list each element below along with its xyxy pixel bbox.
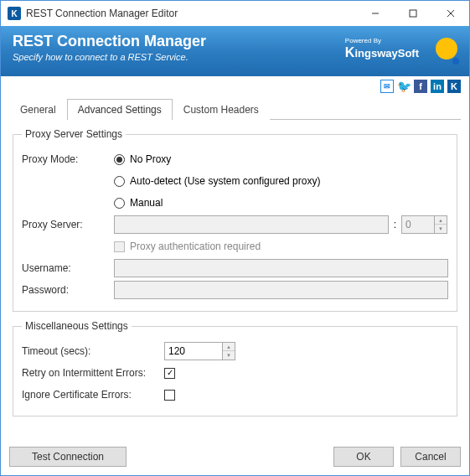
proxy-server-input (114, 215, 389, 234)
tab-strip: General Advanced Settings Custom Headers (9, 98, 461, 120)
window-controls (356, 2, 469, 26)
proxy-mode-row: Proxy Mode: No Proxy (22, 150, 448, 168)
linkedin-icon[interactable]: in (431, 80, 444, 93)
close-button[interactable] (431, 2, 469, 26)
maximize-button[interactable] (394, 2, 431, 26)
tab-content: Proxy Server Settings Proxy Mode: No Pro… (9, 120, 461, 437)
timeout-row: Timeout (secs): ▲ ▼ (22, 342, 448, 360)
retry-checkbox[interactable] (164, 368, 175, 379)
ignore-cert-label: Ignore Certificate Errors: (22, 389, 164, 401)
timeout-input[interactable] (164, 342, 223, 360)
timeout-stepper[interactable]: ▲ ▼ (164, 342, 235, 360)
facebook-icon[interactable]: f (414, 80, 427, 93)
ks-icon[interactable]: K (447, 80, 461, 93)
retry-row: Retry on Intermittent Errors: (22, 364, 448, 382)
password-input (114, 281, 448, 299)
spin-up-icon[interactable]: ▲ (223, 343, 235, 351)
svg-rect-1 (410, 10, 416, 17)
button-bar: Test Connection OK Cancel (1, 442, 469, 475)
window-title: REST Connection Manager Editor (26, 8, 356, 19)
spin-down-icon: ▼ (435, 225, 447, 233)
proxy-auth-row: Proxy authentication required (22, 237, 448, 256)
password-label: Password: (22, 284, 114, 296)
ignore-cert-row: Ignore Certificate Errors: (22, 385, 448, 404)
tab-custom-headers[interactable]: Custom Headers (173, 99, 270, 120)
username-label: Username: (22, 262, 114, 274)
proxy-port-input (401, 215, 435, 234)
host-port-separator: : (394, 219, 396, 230)
proxy-port-stepper: ▲ ▼ (401, 215, 448, 234)
proxy-mode-auto-detect[interactable]: Auto-detect (Use system configured proxy… (114, 175, 320, 187)
radio-icon (114, 154, 125, 165)
ignore-cert-checkbox[interactable] (164, 390, 175, 401)
ok-button[interactable]: OK (333, 447, 394, 467)
proxy-settings-legend: Proxy Server Settings (22, 128, 126, 140)
twitter-icon[interactable]: 🐦 (397, 80, 411, 93)
cancel-button[interactable]: Cancel (400, 447, 461, 467)
proxy-auth-checkbox (114, 241, 125, 252)
proxy-auth-label: Proxy authentication required (130, 241, 261, 252)
social-row: ✉ 🐦 f in K (1, 76, 469, 96)
username-input (114, 259, 448, 277)
brand-dots-icon (436, 38, 457, 63)
password-row: Password: (22, 281, 448, 299)
mail-icon[interactable]: ✉ (380, 80, 394, 93)
spin-down-icon[interactable]: ▼ (223, 351, 235, 360)
spin-up-icon: ▲ (435, 216, 447, 225)
proxy-mode-manual-row: Manual (22, 194, 448, 212)
tab-general[interactable]: General (9, 99, 67, 120)
proxy-mode-no-proxy[interactable]: No Proxy (114, 153, 171, 165)
tab-advanced-settings[interactable]: Advanced Settings (67, 99, 173, 120)
app-icon: K (8, 7, 21, 20)
retry-label: Retry on Intermittent Errors: (22, 367, 164, 379)
misc-settings-legend: Miscellaneous Settings (22, 320, 132, 332)
window: K REST Connection Manager Editor REST Co… (0, 0, 470, 476)
proxy-mode-auto-row: Auto-detect (Use system configured proxy… (22, 172, 448, 190)
username-row: Username: (22, 259, 448, 277)
proxy-mode-label: Proxy Mode: (22, 153, 114, 165)
minimize-button[interactable] (356, 2, 394, 26)
brand-logo: Powered By KingswaySoft (345, 38, 419, 60)
radio-icon (114, 176, 125, 187)
proxy-server-label: Proxy Server: (22, 219, 114, 230)
titlebar: K REST Connection Manager Editor (1, 1, 469, 26)
radio-icon (114, 198, 125, 209)
banner: REST Connection Manager Specify how to c… (1, 26, 469, 76)
timeout-label: Timeout (secs): (22, 345, 164, 357)
proxy-settings-group: Proxy Server Settings Proxy Mode: No Pro… (13, 128, 457, 312)
test-connection-button[interactable]: Test Connection (9, 447, 127, 467)
misc-settings-group: Miscellaneous Settings Timeout (secs): ▲… (13, 320, 457, 416)
proxy-server-row: Proxy Server: : ▲ ▼ (22, 215, 448, 234)
proxy-mode-manual[interactable]: Manual (114, 197, 163, 209)
body-area: General Advanced Settings Custom Headers… (1, 96, 469, 442)
